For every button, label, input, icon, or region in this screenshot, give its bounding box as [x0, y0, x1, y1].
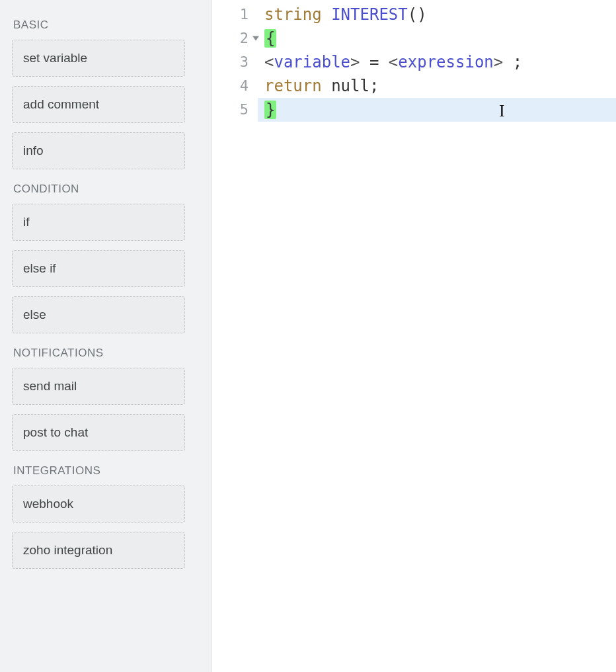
- sidebar-item-set-variable[interactable]: set variable: [12, 40, 185, 77]
- sidebar-item-info[interactable]: info: [12, 132, 185, 169]
- code-token: <: [264, 53, 274, 71]
- code-token: expression: [398, 53, 494, 71]
- sidebar-item-add-comment[interactable]: add comment: [12, 86, 185, 123]
- code-token: variable: [274, 53, 350, 71]
- line-number: 2: [212, 26, 258, 50]
- code-token: [322, 5, 331, 24]
- section-header: CONDITION: [13, 183, 199, 196]
- code-token: (): [408, 5, 427, 24]
- code-line[interactable]: <variable> = <expression> ;: [258, 50, 616, 74]
- code-line[interactable]: return null;: [258, 74, 616, 98]
- sidebar-item-if[interactable]: if: [12, 204, 185, 241]
- code-token: }: [264, 101, 276, 119]
- code-token: string: [264, 5, 322, 24]
- line-number-gutter: 12345: [212, 0, 258, 672]
- code-token: ;: [503, 53, 522, 71]
- code-token: null: [331, 77, 369, 95]
- sidebar-item-webhook[interactable]: webhook: [12, 485, 185, 523]
- section-header: INTEGRATIONS: [13, 464, 199, 478]
- sidebar-item-zoho-integration[interactable]: zoho integration: [12, 532, 185, 569]
- line-number: 5: [212, 98, 258, 122]
- line-number: 1: [212, 3, 258, 26]
- sidebar-item-post-to-chat[interactable]: post to chat: [12, 414, 185, 451]
- code-token: ;: [369, 77, 379, 95]
- sidebar-item-else-if[interactable]: else if: [12, 250, 185, 287]
- code-token: return: [264, 77, 322, 95]
- code-token: >: [494, 53, 503, 71]
- sidebar: BASICset variableadd commentinfoCONDITIO…: [0, 0, 212, 672]
- code-line[interactable]: }: [258, 98, 616, 122]
- code-content[interactable]: string INTEREST(){<variable> = <expressi…: [258, 0, 616, 672]
- code-token: [322, 77, 331, 95]
- code-token: =: [360, 53, 389, 71]
- line-number: 3: [212, 50, 258, 74]
- code-token: INTEREST: [331, 5, 408, 24]
- line-number: 4: [212, 74, 258, 98]
- code-line[interactable]: {: [258, 26, 616, 50]
- code-token: >: [350, 53, 360, 71]
- section-header: BASIC: [13, 19, 199, 32]
- code-editor[interactable]: 12345 string INTEREST(){<variable> = <ex…: [212, 0, 616, 672]
- code-line[interactable]: string INTEREST(): [258, 3, 616, 26]
- code-token: {: [264, 29, 276, 48]
- sidebar-item-send-mail[interactable]: send mail: [12, 368, 185, 405]
- section-header: NOTIFICATIONS: [13, 347, 199, 360]
- code-token: <: [389, 53, 398, 71]
- sidebar-item-else[interactable]: else: [12, 296, 185, 333]
